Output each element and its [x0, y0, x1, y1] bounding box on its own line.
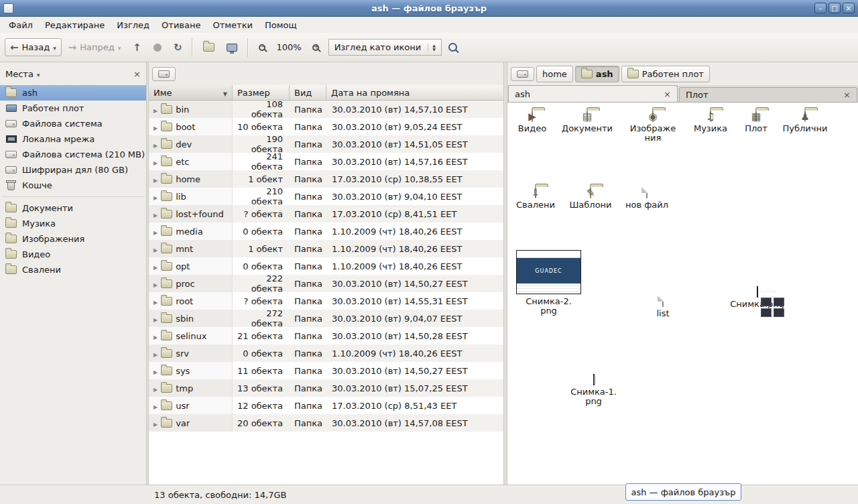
folder-item-templates[interactable]: ✎ Шаблони: [567, 188, 614, 210]
folder-item-desktop[interactable]: ▦ Плот: [736, 111, 776, 133]
path-button-root[interactable]: [511, 67, 534, 81]
sidebar-item-encrypted-80gb[interactable]: Шифриран дял (80 GB): [0, 162, 146, 178]
expander-icon[interactable]: [154, 349, 158, 359]
menu-bookmarks[interactable]: Отметки: [206, 18, 258, 32]
close-button[interactable]: ×: [843, 3, 855, 13]
maximize-button[interactable]: □: [829, 3, 841, 13]
table-row[interactable]: boot 10 обекта Папка 30.03.2010 (вт) 9,0…: [149, 118, 503, 135]
table-row[interactable]: sys 11 обекта Папка 30.03.2010 (вт) 14,5…: [149, 362, 503, 379]
table-row[interactable]: usr 12 обекта Папка 17.03.2010 (ср) 8,51…: [149, 397, 503, 414]
forward-button[interactable]: → Напред: [63, 38, 127, 56]
expander-icon[interactable]: [154, 314, 158, 324]
table-row[interactable]: lost+found ? обекта Папка 17.03.2010 (ср…: [149, 205, 503, 223]
path-button-home[interactable]: home: [536, 66, 573, 82]
table-row[interactable]: proc 222 обекта Папка 30.03.2010 (вт) 14…: [149, 275, 503, 292]
column-header-size[interactable]: Размер: [233, 85, 290, 101]
expander-icon[interactable]: [154, 401, 158, 411]
folder-item-public[interactable]: ♟ Публични: [778, 111, 832, 133]
stop-button[interactable]: [148, 40, 167, 56]
file-item-new-file[interactable]: нов файл: [623, 188, 670, 210]
expander-icon[interactable]: [154, 227, 158, 237]
file-item-list[interactable]: list: [639, 296, 686, 318]
home-button[interactable]: [198, 39, 220, 56]
zoom-out-button[interactable]: [253, 40, 271, 55]
titlebar[interactable]: ash — файлов браузър – □ ×: [0, 0, 858, 17]
table-row[interactable]: media 0 обекта Папка 1.10.2009 (чт) 18,4…: [149, 223, 503, 240]
reload-button[interactable]: ↻: [168, 39, 188, 56]
close-sidebar-button[interactable]: [133, 69, 141, 79]
menu-edit[interactable]: Редактиране: [39, 18, 111, 32]
table-row[interactable]: dev 190 обекта Папка 30.03.2010 (вт) 14,…: [149, 135, 503, 153]
sidebar-item-videos[interactable]: Видео: [0, 247, 146, 262]
sidebar-item-documents[interactable]: Документи: [0, 200, 146, 216]
expander-icon[interactable]: [154, 418, 158, 428]
table-row[interactable]: mnt 1 обект Папка 1.10.2009 (чт) 18,40,2…: [149, 240, 503, 257]
menu-help[interactable]: Помощ: [259, 18, 303, 32]
column-header-modified[interactable]: Дата на промяна: [326, 85, 503, 101]
folder-item-documents[interactable]: ▤ Документи: [559, 111, 615, 133]
expander-icon[interactable]: [154, 279, 158, 289]
sidebar-item-trash[interactable]: Кошче: [0, 178, 146, 193]
back-button[interactable]: ← Назад: [5, 38, 62, 56]
menu-file[interactable]: Файл: [3, 18, 39, 32]
view-mode-select[interactable]: Изглед като икони: [328, 39, 442, 56]
sidebar-item-desktop[interactable]: Работен плот: [0, 101, 146, 116]
folder-item-pictures[interactable]: ◉ Изображения: [626, 111, 680, 143]
expander-icon[interactable]: [154, 139, 158, 149]
expander-icon[interactable]: [154, 244, 158, 254]
column-header-name[interactable]: Име: [149, 85, 233, 101]
sidebar-item-volume-210mb[interactable]: Файлова система (210 MB): [0, 147, 146, 162]
folder-item-downloads[interactable]: ⇩ Свалени: [512, 188, 559, 210]
sidebar-item-pictures[interactable]: Изображения: [0, 231, 146, 247]
tab-plot[interactable]: Плот: [679, 87, 857, 102]
file-item-snimka2[interactable]: GUADEC Снимка-2.png: [515, 250, 582, 316]
table-row[interactable]: lib 210 обекта Папка 30.03.2010 (вт) 9,0…: [149, 188, 503, 205]
folder-item-music[interactable]: ♫ Музика: [687, 111, 734, 133]
table-row[interactable]: home 1 обект Папка 17.03.2010 (ср) 10,38…: [149, 170, 503, 188]
menu-view[interactable]: Изглед: [111, 18, 156, 32]
sidebar-item-network[interactable]: Локална мрежа: [0, 131, 146, 147]
sidebar-item-ash[interactable]: ash: [0, 85, 146, 101]
table-row[interactable]: srv 0 обекта Папка 1.10.2009 (чт) 18,40,…: [149, 344, 503, 362]
expander-icon[interactable]: [154, 261, 158, 271]
expander-icon[interactable]: [154, 209, 158, 219]
expander-icon[interactable]: [154, 331, 158, 341]
table-row[interactable]: opt 0 обекта Папка 1.10.2009 (чт) 18,40,…: [149, 257, 503, 275]
table-row[interactable]: bin 108 обекта Папка 30.03.2010 (вт) 14,…: [149, 101, 503, 118]
expander-icon[interactable]: [154, 366, 158, 376]
expander-icon[interactable]: [154, 296, 158, 306]
table-row[interactable]: selinux 21 обекта Папка 30.03.2010 (вт) …: [149, 327, 503, 344]
zoom-in-button[interactable]: [307, 40, 324, 55]
close-tab-icon[interactable]: [843, 90, 851, 100]
sidebar-item-downloads[interactable]: Свалени: [0, 262, 146, 277]
file-item-snimka[interactable]: GNOME Store Снимка.png: [723, 287, 791, 309]
table-row[interactable]: sbin 272 обекта Папка 30.03.2010 (вт) 9,…: [149, 310, 503, 327]
sidebar-item-music[interactable]: Музика: [0, 216, 146, 231]
column-header-type[interactable]: Вид: [290, 85, 326, 101]
search-button[interactable]: [443, 39, 463, 56]
menu-go[interactable]: Отиване: [156, 18, 206, 32]
expander-icon[interactable]: [154, 105, 158, 115]
sidebar-item-filesystem[interactable]: Файлова система: [0, 116, 146, 131]
expander-icon[interactable]: [154, 174, 158, 184]
folder-item-videos[interactable]: ▶ Видео: [509, 111, 556, 133]
chevron-down-icon[interactable]: [37, 69, 40, 79]
file-item-snimka1[interactable]: Снимка-1.png: [560, 375, 627, 406]
tab-ash[interactable]: ash: [508, 85, 678, 102]
computer-button[interactable]: [221, 40, 243, 56]
close-tab-icon[interactable]: [664, 89, 671, 99]
path-button-ash[interactable]: ash: [575, 66, 619, 82]
table-row[interactable]: etc 241 обекта Папка 30.03.2010 (вт) 14,…: [149, 153, 503, 170]
minimize-button[interactable]: –: [814, 3, 826, 13]
expander-icon[interactable]: [154, 157, 158, 167]
expander-icon[interactable]: [154, 122, 158, 132]
root-location-button[interactable]: [152, 67, 176, 81]
path-button-desktop[interactable]: Работен плот: [621, 66, 710, 82]
table-row[interactable]: tmp 13 обекта Папка 30.03.2010 (вт) 15,0…: [149, 379, 503, 397]
table-row[interactable]: root ? обекта Папка 30.03.2010 (вт) 14,5…: [149, 292, 503, 310]
expander-icon[interactable]: [154, 192, 158, 202]
back-history-chevron-icon[interactable]: [53, 42, 56, 52]
expander-icon[interactable]: [154, 383, 158, 393]
table-row[interactable]: var 20 обекта Папка 30.03.2010 (вт) 14,5…: [149, 414, 503, 432]
up-button[interactable]: ↑: [127, 39, 147, 56]
